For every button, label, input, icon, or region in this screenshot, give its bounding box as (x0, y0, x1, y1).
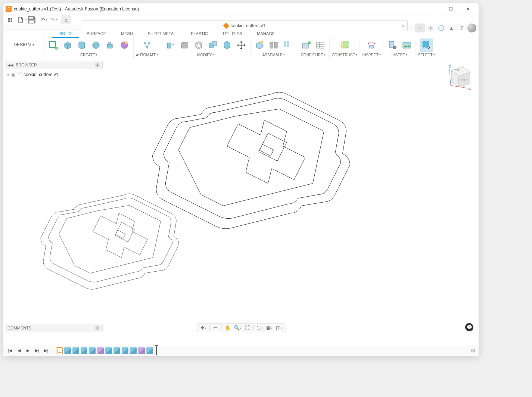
sphere-tool[interactable] (89, 38, 103, 52)
timeline-feature-6[interactable] (105, 347, 112, 354)
timeline-play-button[interactable]: ▶ (24, 347, 32, 354)
grid-settings-button[interactable]: ▦ (265, 324, 274, 331)
help-button[interactable]: ? (457, 24, 467, 32)
viewcube[interactable]: TOP RIGHT Z X (442, 63, 472, 93)
browser-options-icon[interactable]: ● (95, 62, 100, 68)
timeline-settings-icon[interactable]: ⚙ (470, 347, 476, 354)
timeline-feature-8[interactable] (122, 347, 128, 354)
undo-button[interactable]: ↶ (39, 15, 49, 24)
timeline-feature-7[interactable] (113, 347, 120, 354)
config-table-tool[interactable] (314, 38, 327, 52)
shell-tool[interactable] (192, 38, 205, 52)
emboss-tool[interactable] (118, 38, 131, 52)
workspace-switcher[interactable]: DESIGN (3, 31, 44, 59)
close-tab-icon[interactable]: × (401, 23, 404, 29)
job-status-button[interactable]: 🕓 (436, 24, 446, 32)
tab-mesh[interactable]: MESH (113, 31, 140, 38)
browser-header[interactable]: ◀◀ BROWSER ● (5, 61, 103, 69)
expand-icon[interactable]: ▷ (7, 73, 10, 76)
maximize-button[interactable]: ☐ (442, 3, 459, 15)
insert-group-label[interactable]: INSERT (392, 52, 408, 57)
move-tool[interactable] (234, 38, 248, 52)
timeline-start-button[interactable]: |◀ (6, 347, 14, 354)
timeline-prev-button[interactable]: ◀ (15, 347, 23, 354)
joint-origin-tool[interactable] (281, 38, 295, 52)
combine-tool[interactable] (206, 38, 220, 52)
tab-surface[interactable]: SURFACE (79, 31, 113, 38)
add-comment-icon[interactable]: + (95, 325, 100, 331)
press-pull-tool[interactable] (164, 38, 177, 52)
svg-point-29 (393, 46, 396, 49)
cylinder-tool[interactable] (75, 38, 88, 52)
new-component-tool[interactable] (253, 38, 266, 52)
configure-tool[interactable] (299, 38, 313, 52)
inspect-tool[interactable] (365, 38, 378, 52)
pan-button[interactable]: ✋ (223, 324, 232, 331)
modify-group-label[interactable]: MODIFY (197, 52, 214, 57)
sketch-tool[interactable]: + (47, 38, 60, 52)
comments-panel-header[interactable]: COMMENTS + (5, 324, 103, 332)
tab-manage[interactable]: MANAGE (249, 31, 282, 38)
timeline-feature-3[interactable] (81, 347, 87, 354)
select-group-label[interactable]: SELECT (418, 52, 435, 57)
timeline-feature-1[interactable] (64, 347, 71, 354)
save-button[interactable] (27, 15, 37, 24)
select-tool[interactable] (420, 38, 433, 52)
create-group-label[interactable]: CREATE (80, 52, 97, 57)
timeline-sketch-1[interactable] (56, 347, 63, 354)
svg-point-15 (260, 41, 263, 44)
tree-root-row[interactable]: ▷ ◉ ⬚ cookie_cutters v1 (6, 71, 102, 79)
assemble-group-label[interactable]: ASSEMBLE (262, 52, 285, 57)
draft-tool[interactable] (220, 38, 234, 52)
titlebar[interactable]: cookie_cutters v1 (Test) - Autodesk Fusi… (3, 3, 479, 15)
timeline-feature-11[interactable] (146, 347, 153, 354)
zoom-button[interactable]: 🔍 (233, 324, 242, 331)
inspect-group-label[interactable]: INSPECT (362, 52, 380, 57)
automate-group-label[interactable]: AUTOMATE (136, 52, 159, 57)
assistant-button[interactable]: 💬 (465, 323, 473, 331)
close-button[interactable]: ✕ (459, 3, 476, 15)
data-panel-button[interactable] (5, 15, 15, 24)
box-tool[interactable] (61, 38, 74, 52)
configure-group-label[interactable]: CONFIGURE (301, 52, 326, 57)
display-settings-button[interactable]: 🖵 (255, 324, 264, 331)
timeline-feature-9[interactable] (130, 347, 137, 354)
tab-utilities[interactable]: UTILITIES (215, 31, 249, 38)
viewport-button[interactable]: ◫ (274, 324, 283, 331)
file-menu-button[interactable] (17, 15, 27, 24)
look-at-button[interactable]: ▭ (211, 324, 220, 331)
extrude-tool[interactable] (103, 38, 117, 52)
document-tab[interactable]: cookie_cutters v1 × (82, 20, 408, 31)
notifications-button[interactable]: ▲ (447, 24, 456, 32)
user-avatar[interactable] (467, 24, 476, 32)
timeline-next-button[interactable]: ▶| (33, 347, 41, 354)
fit-button[interactable]: ⛶ (243, 324, 252, 331)
navigation-bar: ✥ ▭ ✋ 🔍 ⛶ 🖵 ▦ ◫ (197, 323, 285, 332)
tab-plastic[interactable]: PLASTIC (183, 31, 215, 38)
timeline-feature-10[interactable] (138, 347, 145, 354)
insert-image-tool[interactable] (400, 38, 413, 52)
insert-derive-tool[interactable] (386, 38, 399, 52)
joint-tool[interactable] (267, 38, 280, 52)
minimize-button[interactable]: ─ (425, 3, 442, 15)
orbit-button[interactable]: ✥ (199, 324, 208, 331)
tab-sheet-metal[interactable]: SHEET METAL (140, 31, 183, 38)
timeline-playhead[interactable] (156, 347, 157, 355)
tab-solid[interactable]: SOLID (52, 31, 79, 38)
extensions-button[interactable]: ◷ (426, 24, 435, 32)
construct-group-label[interactable]: CONSTRUCT (332, 52, 358, 57)
redo-button[interactable]: ↷ (49, 15, 59, 24)
timeline-feature-2[interactable] (72, 347, 79, 354)
timeline-feature-4[interactable] (89, 347, 96, 354)
component-icon: ⬚ (17, 72, 22, 77)
collapse-icon[interactable]: ◀◀ (7, 63, 13, 67)
viewport-canvas[interactable]: TOP RIGHT Z X (3, 59, 479, 345)
timeline-feature-5[interactable] (97, 347, 104, 354)
timeline-end-button[interactable]: ▶| (42, 347, 50, 354)
home-button[interactable]: ⌂ (61, 15, 71, 24)
automate-tool[interactable] (140, 38, 154, 52)
fillet-tool[interactable] (178, 38, 191, 52)
construct-tool[interactable] (338, 38, 351, 52)
visibility-icon[interactable]: ◉ (11, 72, 15, 78)
new-tab-button[interactable]: + (415, 24, 425, 32)
